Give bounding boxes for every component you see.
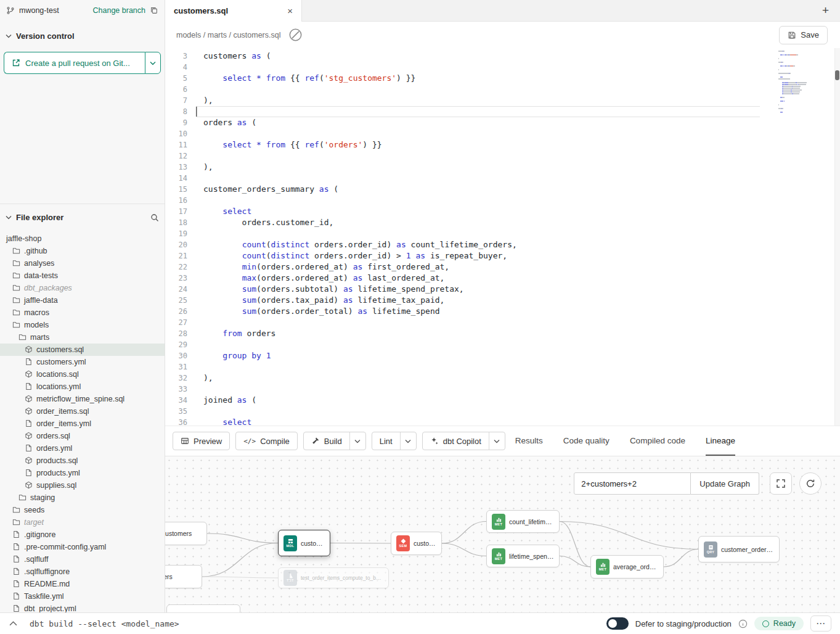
tree-item-target[interactable]: target <box>0 516 165 529</box>
panel-tab-compiled-code[interactable]: Compiled code <box>630 426 685 456</box>
tree-item-marts[interactable]: marts <box>0 331 165 344</box>
save-button[interactable]: Save <box>779 26 828 44</box>
copilot-button[interactable]: dbt Copilot <box>423 432 489 450</box>
lineage-node-customer-order-metrics[interactable]: QRYcustomer_order_metrics <box>698 536 780 562</box>
folder-icon <box>12 321 20 329</box>
tree-item--sqlfluff[interactable]: .sqlfluff <box>0 553 165 566</box>
tree-item--pre-commit-config-yaml[interactable]: .pre-commit-config.yaml <box>0 541 165 553</box>
version-control-title: Version control <box>16 31 75 41</box>
model-file-icon <box>25 432 33 440</box>
create-pr-button[interactable]: Create a pull request on Git... <box>4 52 145 74</box>
tree-item-order-items-yml[interactable]: order_items.yml <box>0 418 165 430</box>
tree-item-seeds[interactable]: seeds <box>0 504 165 516</box>
tree-item-customers-sql[interactable]: customers.sql <box>0 344 165 356</box>
search-icon[interactable] <box>150 213 159 222</box>
panel-tab-results[interactable]: Results <box>515 426 543 456</box>
build-dropdown[interactable] <box>349 432 365 450</box>
lineage-node-customers-model[interactable]: MDLcustomers <box>278 530 330 556</box>
lint-button[interactable]: Lint <box>372 432 400 450</box>
breadcrumb: models / marts / customers.sql <box>176 31 281 39</box>
compile-button[interactable]: </> Compile <box>235 432 298 450</box>
code-line-30: 30 group by 1 <box>165 350 840 361</box>
build-button[interactable]: Build <box>304 432 349 450</box>
lineage-node-customers-semantic[interactable]: SEMcustomers <box>391 532 442 555</box>
status-badge[interactable]: Ready <box>754 617 804 630</box>
tree-item-customers-yml[interactable]: customers.yml <box>0 356 165 368</box>
lineage-node-partial-node[interactable] <box>166 604 240 612</box>
editor-scrollbar[interactable] <box>834 48 840 426</box>
tree-item-readme-md[interactable]: README.md <box>0 578 165 590</box>
lineage-node-lifetime-spend-pretax[interactable]: METlifetime_spend_pretax <box>486 545 560 567</box>
change-branch-link[interactable]: Change branch <box>93 6 145 15</box>
lineage-panel[interactable]: Update Graph MDLstg_customersMDLordersMD… <box>165 456 840 612</box>
tree-item-taskfile-yml[interactable]: Taskfile.yml <box>0 590 165 603</box>
tree-item-supplies-sql[interactable]: supplies.sql <box>0 479 165 492</box>
tree-item--sqlfluffignore[interactable]: .sqlfluffignore <box>0 566 165 578</box>
file-icon <box>25 382 33 390</box>
refresh-button[interactable] <box>799 472 822 495</box>
expand-panel-button[interactable] <box>6 617 20 630</box>
copilot-dropdown[interactable] <box>489 432 505 450</box>
close-icon[interactable]: × <box>287 6 293 15</box>
tree-item--gitignore[interactable]: .gitignore <box>0 529 165 541</box>
code-line-25: 25 sum(orders.tax_paid) as lifetime_tax_… <box>165 295 840 306</box>
lineage-node-orders[interactable]: MDLorders <box>165 565 202 588</box>
tree-item-dbt-project-yml[interactable]: dbt_project.yml <box>0 603 165 612</box>
tree-item-order-items-sql[interactable]: order_items.sql <box>0 405 165 418</box>
tree-item-products-yml[interactable]: products.yml <box>0 467 165 479</box>
lineage-node-average-order-value[interactable]: METaverage_order_value <box>590 555 664 578</box>
code-line-22: 22 min(orders.ordered_at) as first_order… <box>165 261 840 273</box>
tree-item-macros[interactable]: macros <box>0 307 165 319</box>
tree-item-data-tests[interactable]: data-tests <box>0 270 165 282</box>
scrollbar-thumb[interactable] <box>835 70 839 80</box>
tree-item-label: staging <box>30 493 55 502</box>
create-pr-label: Create a pull request on Git... <box>25 59 130 68</box>
tab-customers-sql[interactable]: customers.sql × <box>165 0 302 22</box>
tree-item-staging[interactable]: staging <box>0 492 165 504</box>
tree-item-dbt-packages[interactable]: dbt_packages <box>0 282 165 294</box>
code-line-20: 20 count(distinct orders.order_id) as co… <box>165 239 840 250</box>
tree-item-orders-yml[interactable]: orders.yml <box>0 442 165 455</box>
command-input[interactable]: dbt build --select <model_name> <box>30 619 179 628</box>
more-options-button[interactable]: ⋯ <box>810 615 831 632</box>
defer-toggle[interactable] <box>606 617 629 630</box>
info-icon[interactable] <box>738 619 748 628</box>
lineage-node-count-lifetime-orders[interactable]: METcount_lifetime_orders <box>486 510 560 533</box>
panel-tab-code-quality[interactable]: Code quality <box>563 426 610 456</box>
tree-item-jaffle-data[interactable]: jaffle-data <box>0 294 165 307</box>
file-icon <box>25 444 33 452</box>
fullscreen-button[interactable] <box>770 472 792 495</box>
code-line-11: 11 select * from {{ ref('orders') }} <box>165 139 840 150</box>
preview-button[interactable]: Preview <box>173 432 230 450</box>
lineage-node-test-order-items[interactable]: TSTtest_order_items_compute_to_bools... <box>278 567 389 588</box>
update-graph-button[interactable]: Update Graph <box>691 472 759 495</box>
code-line-23: 23 max(orders.ordered_at) as last_ordere… <box>165 273 840 284</box>
tree-item--github[interactable]: .github <box>0 245 165 257</box>
tree-item-products-sql[interactable]: products.sql <box>0 455 165 467</box>
tree-item-locations-yml[interactable]: locations.yml <box>0 381 165 393</box>
code-line-17: 17 select <box>165 206 840 217</box>
code-line-15: 15customer_orders_summary as ( <box>165 184 840 195</box>
copy-icon[interactable] <box>150 6 158 15</box>
create-pr-dropdown[interactable] <box>145 52 161 74</box>
minimap[interactable] <box>778 51 828 113</box>
folder-icon <box>12 296 20 304</box>
chevron-down-icon <box>405 439 411 443</box>
tree-item-analyses[interactable]: analyses <box>0 257 165 270</box>
lineage-node-stg-customers[interactable]: MDLstg_customers <box>165 522 207 545</box>
slash-circle-icon[interactable] <box>288 28 303 42</box>
tree-item-models[interactable]: models <box>0 319 165 331</box>
code-line-14: 14 <box>165 173 840 184</box>
tree-item-locations-sql[interactable]: locations.sql <box>0 368 165 381</box>
code-editor[interactable]: 3customers as (45 select * from {{ ref('… <box>165 48 840 426</box>
tree-item-orders-sql[interactable]: orders.sql <box>0 430 165 442</box>
tree-item-jaffle-shop[interactable]: jaffle-shop <box>0 233 165 245</box>
panel-tab-lineage[interactable]: Lineage <box>706 426 735 456</box>
mdl-node-icon: MDL <box>283 535 297 551</box>
version-control-header[interactable]: Version control <box>0 28 165 43</box>
file-explorer-header[interactable]: File explorer <box>0 210 165 225</box>
new-tab-button[interactable]: + <box>822 4 829 17</box>
lineage-selector-input[interactable] <box>574 472 691 495</box>
lint-dropdown[interactable] <box>400 432 416 450</box>
tree-item-metricflow-time-spine-sql[interactable]: metricflow_time_spine.sql <box>0 393 165 405</box>
